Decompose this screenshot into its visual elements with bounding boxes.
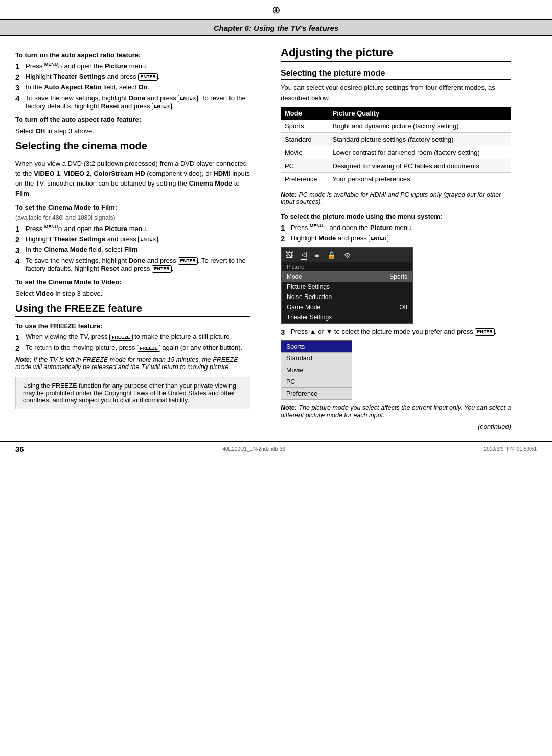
quality-standard: Standard picture settings (factory setti… [329,133,512,146]
freeze-step-1: 1 When viewing the TV, press FREEZE to m… [15,333,250,341]
tv-menu-game-row: Game ModeOff [282,302,412,312]
cinema-mode-section: Selecting the cinema mode When you view … [15,140,250,198]
enter-icon: ENTER [138,73,158,81]
tv-icon-sound: ◁ [301,250,307,260]
enter-icon: ENTER [369,235,388,242]
mode-list-sports: Sports [281,341,352,353]
step-2: 2 Highlight Theater Settings and press E… [15,235,250,244]
continued-text: (continued) [281,423,511,430]
quality-movie: Lower contrast for darkened room (factor… [329,146,512,159]
step-4: 4 To save the new settings, highlight Do… [15,257,250,273]
tv-menu-icon-bar: 🖼 ◁ ≡ 🔒 ⚙ [282,248,412,262]
set-cinema-video-text: Select Video in step 3 above. [15,289,250,299]
enter-icon: ENTER [178,257,198,265]
quality-preference: Your personal preferences [329,173,512,186]
menu-system-steps: 1 Press MENU⌂ and open the Picture menu.… [281,223,511,243]
freeze-step-2: 2 To return to the moving picture, press… [15,343,250,352]
select-picture-mode-body: You can select your desired picture sett… [281,83,511,103]
freeze-key: FREEZE [109,334,133,341]
set-cinema-video-section: To set the Cinema Mode to Video: Select … [15,278,250,299]
tv-menu-picture-label: Picture [282,262,412,271]
tv-icon-setup: ⚙ [344,251,351,259]
menu-key: MENU [310,223,324,228]
mode-list-preference: Preference [281,388,352,400]
tv-icon-lock: 🔒 [327,251,336,259]
tv-icon-picture: 🖼 [286,251,293,259]
menu-step-2: 2 Highlight Mode and press ENTER. [281,234,511,243]
mode-preference: Preference [281,173,329,186]
table-row: Standard Standard picture settings (fact… [281,133,511,146]
auto-aspect-on-steps: 1 Press MENU⌂ and open the Picture menu.… [15,62,250,110]
step-4: 4 To save the new settings, highlight Do… [15,94,250,110]
file-info: 40E200U1_EN-2nd.indb 36 [222,446,285,452]
step-1: 1 Press MENU⌂ and open the Picture menu. [15,62,250,71]
set-cinema-film-section: To set the Cinema Mode to Film: (availab… [15,203,250,273]
quality-pc: Designed for viewing of PC tables and do… [329,159,512,173]
table-row: Sports Bright and dynamic picture (facto… [281,120,511,133]
enter-icon: ENTER [152,265,172,273]
cinema-mode-title: Selecting the cinema mode [15,140,250,154]
top-bar: ⊕ [0,0,552,20]
menu-system-section: To select the picture mode using the men… [281,213,511,430]
chapter-header: Chapter 6: Using the TV's features [0,20,552,36]
menu-step-3: 3 Press ▲ or ▼ to select the picture mod… [281,328,511,336]
select-picture-mode-title: Selecting the picture mode [281,68,511,80]
timestamp: 2010/3/9 下午 01:59:51 [484,446,537,453]
crosshair: ⊕ [0,4,552,16]
tv-menu-theater-row: Theater Settings [282,312,412,323]
tv-menu-screenshot: 🖼 ◁ ≡ 🔒 ⚙ Picture ModeSports Picture Set… [281,247,413,324]
quality-sports: Bright and dynamic picture (factory sett… [329,120,512,133]
menu-system-heading: To select the picture mode using the men… [281,213,511,220]
mode-list-standard: Standard [281,353,352,364]
auto-aspect-off-heading: To turn off the auto aspect ratio featur… [15,116,250,123]
table-row: PC Designed for viewing of PC tables and… [281,159,511,173]
freeze-note: Note: If the TV is left in FREEZE mode f… [15,356,250,371]
mode-list-movie: Movie [281,364,352,376]
freeze-title: Using the FREEZE feature [15,303,250,317]
set-cinema-video-heading: To set the Cinema Mode to Video: [15,278,250,286]
menu-step-1: 1 Press MENU⌂ and open the Picture menu. [281,223,511,232]
menu-key: MENU [44,224,58,230]
menu-key: MENU [44,62,58,67]
left-column: To turn on the auto aspect ratio feature… [15,46,250,430]
auto-aspect-on-section: To turn on the auto aspect ratio feature… [15,51,250,110]
tv-icon-settings: ≡ [315,251,319,259]
auto-aspect-on-heading: To turn on the auto aspect ratio feature… [15,51,250,59]
mode-sports: Sports [281,120,329,133]
auto-aspect-off-text: Select Off in step 3 above. [15,126,250,136]
cinema-mode-body: When you view a DVD (3:2 pulldown proces… [15,158,250,198]
freeze-section: Using the FREEZE feature To use the FREE… [15,303,250,409]
table-header-mode: Mode [281,107,329,120]
freeze-key: FREEZE [137,345,160,352]
enter-icon: ENTER [138,236,158,243]
adjust-picture-title: Adjusting the picture [281,46,511,62]
mode-list-screenshot: Sports Standard Movie PC Preference [281,340,352,400]
set-cinema-film-heading: To set the Cinema Mode to Film: [15,203,250,211]
freeze-use-heading: To use the FREEZE feature: [15,322,250,330]
step-3: 3 In the Auto Aspect Ratio field, select… [15,83,250,92]
picture-mode-table: Mode Picture Quality Sports Bright and d… [281,107,511,186]
mode-pc: PC [281,159,329,173]
step-2: 2 Highlight Theater Settings and press E… [15,73,250,81]
enter-icon: ENTER [475,328,495,336]
table-header-quality: Picture Quality [329,107,512,120]
note-bottom: Note: The picture mode you select affect… [281,404,511,419]
mode-standard: Standard [281,133,329,146]
mode-list-pc: PC [281,376,352,388]
page-number: 36 [15,445,24,453]
freeze-copyright-text: Using the FREEZE function for any purpos… [23,382,236,404]
tv-menu-picture-settings-row: Picture Settings [282,282,412,292]
enter-icon: ENTER [152,103,172,110]
note-pc: Note: PC mode is available for HDMI and … [281,191,511,205]
main-content: To turn on the auto aspect ratio feature… [0,36,552,441]
table-row: Movie Lower contrast for darkened room (… [281,146,511,159]
menu-step-3-list: 3 Press ▲ or ▼ to select the picture mod… [281,328,511,336]
tv-menu-noise-row: Noise Reduction [282,292,412,302]
cinema-film-subtext: (available for 480i and 1080i signals) [15,214,250,221]
tv-menu-mode-row: ModeSports [282,271,412,282]
auto-aspect-off-section: To turn off the auto aspect ratio featur… [15,116,250,136]
chapter-title: Chapter 6: Using the TV's features [214,24,338,32]
table-row: Preference Your personal preferences [281,173,511,186]
bottom-bar: 36 40E200U1_EN-2nd.indb 36 2010/3/9 下午 0… [0,441,552,456]
freeze-copyright-box: Using the FREEZE function for any purpos… [15,377,250,409]
